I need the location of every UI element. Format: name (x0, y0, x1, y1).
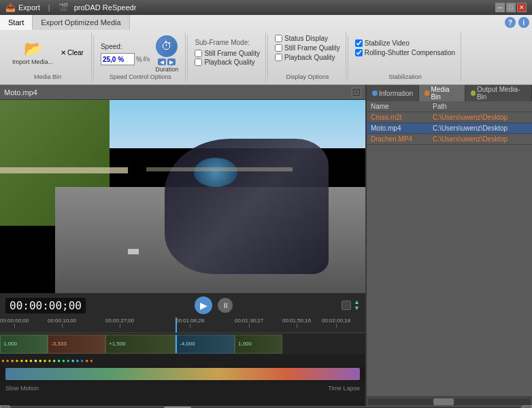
playhead (176, 318, 177, 333)
sep2 (187, 35, 188, 79)
right-panel: Information Media Bin Output Media-Bin N… (365, 85, 532, 406)
dot: ● (6, 358, 10, 364)
row-path: C:\Users\uwenz\Desktop (429, 134, 532, 145)
main-area: Moto.mp4 □ (0, 85, 532, 406)
close-button[interactable]: ✕ (517, 3, 527, 12)
still-quality-checkbox[interactable] (195, 50, 202, 57)
timeline-ruler: 00:00:00;00 00:00:10;00 00:00:27;00 00:0… (0, 318, 365, 333)
ribbon-group-subframe: Sub-Frame Mode: Still Frame Quality Play… (189, 33, 266, 82)
vc-arrow-down[interactable]: ▼ (354, 305, 360, 311)
scroll-left-btn[interactable]: ◀ (0, 405, 10, 408)
marker-1: 00:00:10;00 (48, 318, 76, 328)
scroll-right-btn[interactable]: ▶ (522, 405, 532, 408)
right-panel-bottom (367, 249, 532, 396)
dot: ● (24, 358, 28, 364)
gradient-bar-container (0, 367, 365, 381)
stabilize-video-checkbox[interactable] (355, 39, 363, 47)
col-name: Name (367, 101, 429, 112)
dot: ● (29, 358, 33, 364)
dot: ● (62, 358, 65, 364)
vc-indicator (342, 301, 351, 310)
rolling-shutter-check[interactable]: Rolling-Shutter Compensation (355, 49, 455, 56)
dots-track: ● ● ● ● ● ● ● ● ● ● ● ● ● ● ● (0, 354, 365, 367)
speed-track[interactable]: 1,000 -3,333 +1,500 -4,000 1,000 (0, 333, 365, 354)
speed-input[interactable] (101, 53, 135, 65)
dot: ● (52, 358, 56, 364)
table-header-row: Name Path (367, 101, 532, 112)
speed-input-row: % f/s (101, 53, 150, 65)
still-frame-quality-check[interactable]: Still Frame Quality (275, 44, 340, 52)
ribbon-group-display: Status Display Still Frame Quality Playb… (269, 33, 346, 82)
info-button[interactable]: i (518, 17, 529, 28)
video-header-btn[interactable]: □ (352, 88, 361, 97)
dot: ● (67, 358, 70, 364)
stab-group-label: Stabilization (350, 73, 461, 80)
dot: ● (57, 358, 61, 364)
play-button[interactable]: ▶ (195, 296, 212, 314)
title-bar: 📤 Export | 🎬 proDAD ReSpeedr ─ □ ✕ (0, 0, 532, 15)
dot: ● (80, 358, 84, 364)
table-row[interactable]: Cross.m2t C:\Users\uwenz\Desktop (367, 112, 532, 123)
slow-motion-label: Slow Motion (5, 385, 39, 392)
duration-button[interactable]: ⏱ ◀ ▶ Duration (154, 34, 180, 74)
info-tab-dot (372, 90, 378, 96)
timeline-panel: 00:00:00;00 00:00:10;00 00:00:27;00 00:0… (0, 318, 365, 406)
import-media-button[interactable]: 📂 Import Media... (10, 39, 56, 67)
playback-quality-display-label: Playback Quality (284, 54, 335, 61)
playback-quality-check[interactable]: Playback Quality (195, 58, 260, 66)
duration-prev[interactable]: ◀ (158, 58, 166, 65)
marker-4: 00:01:36;27 (235, 318, 263, 328)
status-display-checkbox[interactable] (275, 35, 282, 42)
marker-2: 00:00:27;00 (105, 318, 134, 328)
still-frame-quality-checkbox[interactable] (275, 44, 282, 52)
import-icon: 📂 (24, 40, 42, 58)
row-path: C:\Users\uwenz\Desktop (429, 123, 532, 134)
speed-fps: f/s (144, 56, 150, 63)
duration-label: Duration (155, 66, 178, 73)
tab-media-bin[interactable]: Media Bin (419, 85, 465, 101)
tab-start[interactable]: Start (0, 15, 33, 30)
ribbon: Start Export Optimized Media ? i 📂 Impor… (0, 15, 532, 85)
video-container (0, 100, 365, 293)
output-tab-label: Output Media-Bin (477, 86, 526, 101)
speed-val-5: 1,000 (238, 341, 252, 347)
output-tab-dot (471, 90, 476, 96)
right-scrollbar[interactable] (367, 396, 532, 406)
row-name: Moto.mp4 (367, 123, 429, 134)
help-button[interactable]: ? (505, 17, 516, 28)
dot: ● (34, 358, 37, 364)
col-path: Path (429, 101, 532, 112)
tab-export-optimized[interactable]: Export Optimized Media (33, 15, 129, 30)
ribbon-group-stabilization: Stabilize Video Rolling-Shutter Compensa… (350, 33, 461, 82)
tab-output-media-bin[interactable]: Output Media-Bin (465, 85, 532, 101)
title-bar-controls[interactable]: ─ □ ✕ (495, 3, 527, 12)
dot: ● (90, 358, 93, 364)
speed-gradient-bar (5, 368, 360, 380)
still-quality-check[interactable]: Still Frame Quality (195, 50, 260, 57)
rolling-shutter-checkbox[interactable] (355, 49, 363, 56)
import-label: Import Media... (12, 58, 53, 65)
dot: ● (48, 358, 51, 364)
tab-information[interactable]: Information (367, 85, 419, 101)
video-header: Moto.mp4 □ (0, 85, 365, 100)
playback-quality-checkbox[interactable] (195, 58, 202, 66)
status-display-check[interactable]: Status Display (275, 35, 340, 42)
ribbon-group-speed: Speed: % f/s ⏱ ◀ ▶ Duration Speed C (95, 33, 186, 82)
playback-quality-display-check[interactable]: Playback Quality (275, 54, 340, 61)
maximize-button[interactable]: □ (506, 3, 516, 12)
clear-button[interactable]: ✕ Clear (59, 48, 86, 57)
speed-group-label: Speed Control Options (95, 73, 185, 80)
minimize-button[interactable]: ─ (495, 3, 505, 12)
right-scroll-thumb[interactable] (433, 398, 454, 405)
dot: ● (44, 358, 47, 364)
table-row[interactable]: Drachen.MP4 C:\Users\uwenz\Desktop (367, 134, 532, 145)
marker-0: 00:00:00;00 (0, 318, 29, 328)
duration-next[interactable]: ▶ (167, 58, 176, 65)
stabilize-video-check[interactable]: Stabilize Video (355, 39, 455, 47)
table-row[interactable]: Moto.mp4 C:\Users\uwenz\Desktop (367, 123, 532, 134)
ribbon-group-media-bin: 📂 Import Media... ✕ Clear Media Bin (4, 33, 92, 82)
dot: ● (20, 358, 23, 364)
pause-button[interactable]: ⏸ (218, 298, 233, 313)
info-tab-label: Information (379, 90, 413, 97)
playback-quality-display-checkbox[interactable] (275, 54, 282, 61)
